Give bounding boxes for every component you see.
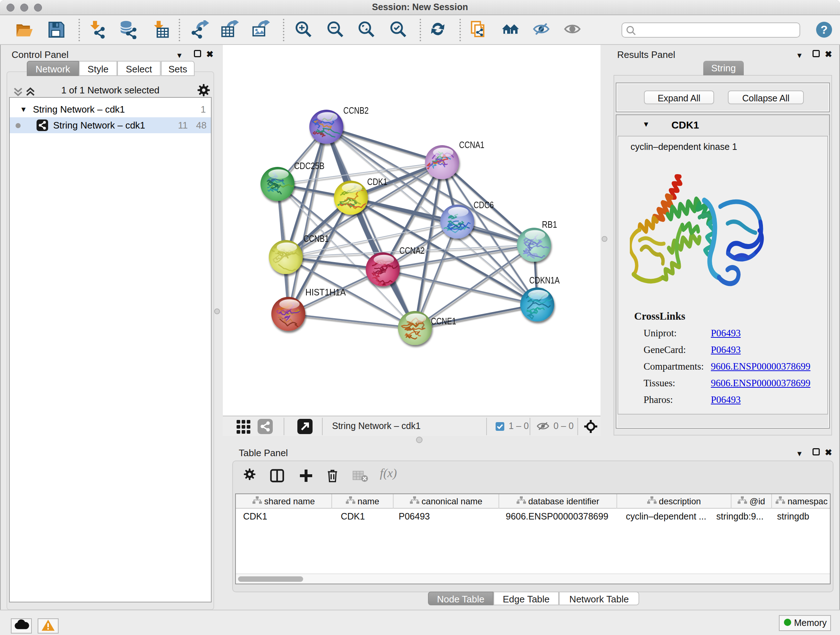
svg-text:CCNA2: CCNA2 (399, 245, 425, 256)
svg-text:CDC6: CDC6 (474, 200, 494, 211)
svg-text:CDC25B: CDC25B (294, 160, 325, 171)
svg-text:CCNB1: CCNB1 (303, 233, 329, 244)
svg-text:CDK1: CDK1 (367, 176, 387, 187)
svg-text:CDKN1A: CDKN1A (529, 275, 560, 286)
svg-text:RB1: RB1 (542, 219, 557, 230)
svg-text:HIST1H1A: HIST1H1A (305, 287, 346, 298)
svg-text:CCNE1: CCNE1 (431, 316, 456, 326)
svg-text:CCNB2: CCNB2 (343, 105, 369, 116)
svg-text:CCNA1: CCNA1 (459, 139, 485, 150)
svg-text:?: ? (821, 23, 828, 36)
